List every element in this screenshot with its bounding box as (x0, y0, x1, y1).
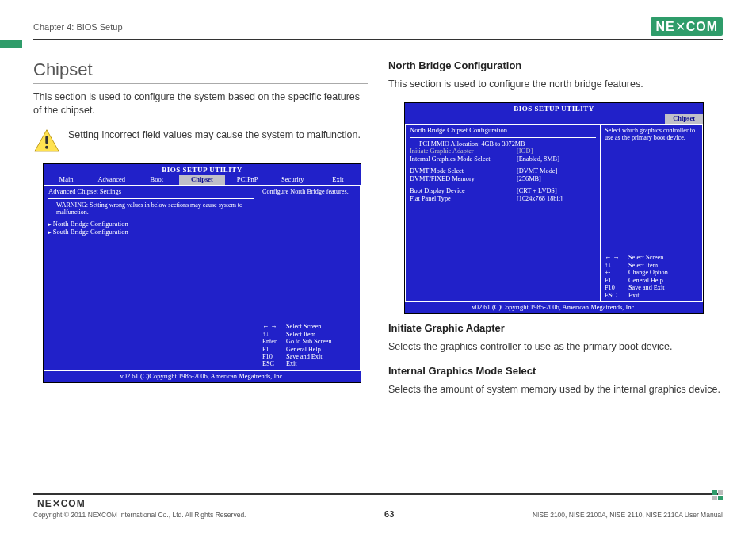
bios2-title: BIOS SETUP UTILITY (405, 103, 703, 114)
nb-intro: This section is used to configure the no… (388, 78, 723, 91)
bios-section: Advanced Chipset Settings (48, 188, 254, 196)
bios-key-help: ← →Select Screen↑↓Select ItemEnterGo to … (262, 323, 356, 368)
bios-window-northbridge: BIOS SETUP UTILITY Chipset North Bridge … (404, 102, 704, 314)
copyright: Copyright © 2011 NEXCOM International Co… (33, 511, 246, 519)
bios2-tab-chipset: Chipset (665, 114, 703, 124)
nb-title: North Bridge Configuration (388, 59, 723, 71)
bios-footer: v02.61 (C)Copyright 1985-2006, American … (44, 370, 361, 382)
bios-row: Flat Panel Type[1024x768 18bit] (410, 195, 596, 203)
footer-rule (33, 493, 723, 495)
section-title: Chipset (33, 59, 368, 84)
section-intro: This section is used to configure the sy… (33, 90, 368, 117)
bios-row: Boot Display Device[CRT + LVDS] (410, 187, 596, 195)
footer-squares-icon (712, 490, 723, 500)
bios-tab-main: Main (44, 175, 89, 185)
chapter-label: Chapter 4: BIOS Setup (33, 22, 123, 32)
bios-tab-advanced: Advanced (89, 175, 134, 185)
product-line: NISE 2100, NISE 2100A, NISE 2110, NISE 2… (533, 511, 723, 519)
bios-tab-security: Security (270, 175, 315, 185)
bios-row: Internal Graphics Mode Select[Enabled, 8… (410, 155, 596, 163)
bios-link: South Bridge Configuration (48, 228, 254, 236)
iga-text: Selects the graphics controller to use a… (388, 340, 723, 354)
bios2-footer: v02.61 (C)Copyright 1985-2006, American … (405, 301, 703, 313)
svg-rect-1 (45, 136, 48, 144)
bios2-alloc: PCI MMIO Allocation: 4GB to 3072MB (410, 140, 596, 148)
bios-window-chipset: BIOS SETUP UTILITY MainAdvancedBootChips… (43, 163, 361, 383)
iga-title: Initiate Graphic Adapter (388, 322, 723, 334)
svg-point-2 (45, 146, 48, 149)
bios-tab-pcipnp: PCIPnP (225, 175, 270, 185)
igms-text: Selects the amount of system memory used… (388, 383, 723, 397)
warning-text: Setting incorrect field values may cause… (68, 128, 361, 142)
bios2-section: North Bridge Chipset Configuration (410, 127, 596, 135)
bios-tab-chipset: Chipset (179, 175, 224, 185)
bios2-tabs: Chipset (405, 114, 703, 124)
bios-help: Configure North Bridge features. (262, 188, 356, 195)
bios-tab-boot: Boot (134, 175, 179, 185)
bios-row: DVMT Mode Select[DVMT Mode] (410, 167, 596, 175)
bios-row: DVMT/FIXED Memory[256MB] (410, 175, 596, 183)
footer-logo: NE✕COM (33, 498, 246, 509)
green-tab (0, 40, 22, 48)
top-rule (33, 39, 723, 40)
bios-title: BIOS SETUP UTILITY (44, 164, 361, 175)
page-number: 63 (384, 509, 394, 519)
brand-logo: NE✕COM (651, 17, 723, 36)
igms-title: Internal Graphics Mode Select (388, 365, 723, 377)
bios-tab-exit: Exit (315, 175, 361, 185)
bios2-help: Select which graphics controller to use … (605, 127, 698, 142)
bios-warning: WARNING: Setting wrong values in below s… (56, 201, 254, 216)
bios2-key-help: ← →Select Screen↑↓Select Item+-Change Op… (605, 254, 698, 299)
bios-tabs: MainAdvancedBootChipsetPCIPnPSecurityExi… (44, 175, 361, 185)
warning-icon (33, 128, 60, 152)
bios-row: Initiate Graphic Adapter[IGD] (410, 148, 596, 155)
